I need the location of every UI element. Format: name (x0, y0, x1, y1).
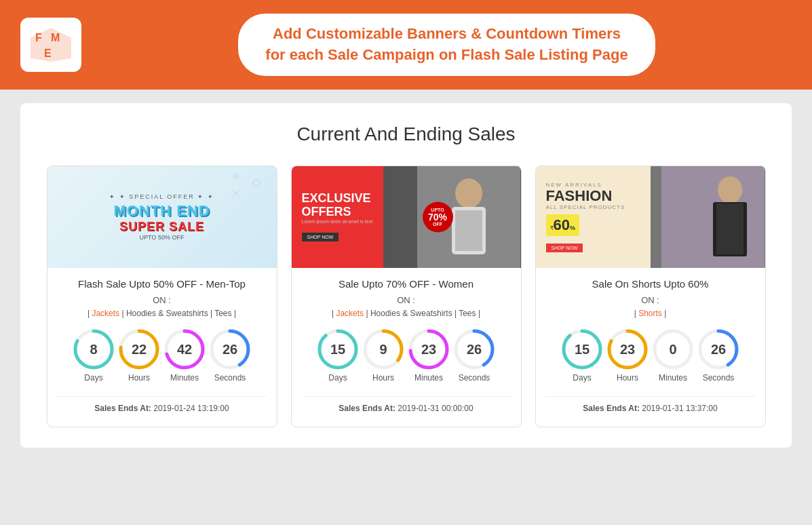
hours-number-2: 9 (379, 341, 387, 357)
days-label-2: Days (328, 373, 347, 383)
countdown-circle-hours-1: 22 (118, 328, 160, 370)
svg-text:E: E (44, 47, 52, 59)
card-2-on: ON : (302, 295, 511, 305)
countdown-minutes-2: 23 Minutes (408, 328, 450, 383)
card-2-categories: | Jackets | Hoodies & Sweatshirts | Tees… (302, 309, 511, 318)
sale3-left: NEW ARRIVALS FASHION ALL SPECIAL PRODUCT… (536, 175, 662, 259)
countdown-circle-hours-3: 23 (606, 328, 649, 370)
countdown-hours-2: 9 Hours (362, 328, 404, 383)
countdown-circle-days-2: 15 (317, 328, 359, 370)
hours-number-3: 23 (620, 341, 635, 357)
seconds-label-3: Seconds (703, 373, 735, 383)
section-title: Current And Ending Sales (41, 123, 771, 145)
cards-grid: ✦ ✦ SPECIAL OFFER ✦ ✦ MONTH END SUPER SA… (41, 166, 771, 427)
sale2-exclusive: EXCLUSIVEOFFERS (302, 192, 408, 219)
countdown-circle-days-1: 8 (73, 328, 115, 370)
sales-ends-label-1: Sales Ends At: (94, 404, 151, 413)
card-3-categories: | Shorts | (546, 309, 755, 318)
svg-point-4 (234, 174, 238, 178)
countdown-days-3: 15 Days (561, 328, 603, 383)
sales-ends-value-1: 2019-01-24 13:19:00 (153, 404, 229, 413)
seconds-label-1: Seconds (214, 373, 246, 383)
logo-icon: F M E (27, 24, 75, 65)
card-3-title: Sale On Shorts Upto 60% (546, 278, 755, 290)
card-1-title: Flash Sale Upto 50% OFF - Men-Top (58, 278, 267, 290)
card-2-image: EXCLUSIVEOFFERS Lorem ipsum dolor sit am… (292, 166, 521, 268)
sale1-content: ✦ ✦ SPECIAL OFFER ✦ ✦ MONTH END SUPER SA… (102, 187, 221, 248)
countdown-circle-seconds-2: 26 (453, 328, 495, 370)
hours-label-2: Hours (372, 373, 394, 383)
card-3-image: NEW ARRIVALS FASHION ALL SPECIAL PRODUCT… (536, 166, 765, 268)
days-number-3: 15 (575, 341, 589, 357)
days-label-1: Days (84, 373, 102, 383)
card-1-categories: | Jackets | Hoodies & Sweatshirts | Tees… (58, 309, 267, 318)
days-number-2: 15 (330, 341, 345, 357)
seconds-label-2: Seconds (459, 373, 490, 383)
header-title-line1: Add Customizable Banners & Countdown Tim… (273, 25, 621, 42)
countdown-hours-3: 23 Hours (606, 328, 649, 383)
sale3-sub: ALL SPECIAL PRODUCTS (546, 204, 652, 210)
card-1: ✦ ✦ SPECIAL OFFER ✦ ✦ MONTH END SUPER SA… (47, 166, 277, 427)
svg-text:M: M (51, 32, 60, 43)
sale2-shop-btn[interactable]: SHOP NOW (302, 233, 339, 241)
minutes-label-1: Minutes (170, 373, 199, 383)
card-1-on: ON : (58, 295, 267, 305)
header-title-line2: for each Sale Campaign on Flash Sale Lis… (265, 46, 627, 63)
seconds-number-3: 26 (711, 341, 726, 357)
card-3-on: ON : (546, 295, 755, 305)
card-3-body: Sale On Shorts Upto 60% ON : | Shorts | … (536, 268, 765, 396)
card-2: EXCLUSIVEOFFERS Lorem ipsum dolor sit am… (291, 166, 522, 427)
minutes-label-3: Minutes (659, 373, 687, 383)
svg-point-29 (718, 176, 742, 203)
svg-rect-19 (455, 210, 482, 251)
sales-ends-value-3: 2019-01-31 13:37:00 (642, 404, 717, 413)
cat-shorts-3[interactable]: Shorts (638, 309, 662, 318)
hours-number-1: 22 (132, 341, 147, 357)
sale2-text: Lorem ipsum dolor sit amet is text (302, 219, 408, 224)
header-title: Add Customizable Banners & Countdown Tim… (238, 14, 655, 76)
card-1-countdown: 8 Days 22 Hours (58, 328, 267, 383)
sale3-shop-btn[interactable]: SHOP NOW (546, 244, 583, 252)
sale1-title1: MONTH END (109, 202, 214, 220)
days-number-1: 8 (90, 341, 97, 357)
seconds-number-2: 26 (467, 341, 482, 357)
minutes-number-2: 23 (421, 341, 436, 357)
countdown-minutes-1: 42 Minutes (163, 328, 206, 383)
minutes-number-3: 0 (669, 341, 676, 357)
card-2-countdown: 15 Days 9 Hours (302, 328, 511, 383)
svg-rect-31 (716, 203, 743, 254)
sales-ends-label-2: Sales Ends At: (339, 404, 395, 413)
cat-jackets-2[interactable]: Jackets (336, 309, 364, 318)
header-text-container: Add Customizable Banners & Countdown Tim… (102, 14, 792, 76)
sale1-special: ✦ ✦ SPECIAL OFFER ✦ ✦ (109, 193, 214, 200)
svg-text:F: F (35, 32, 42, 43)
countdown-hours-1: 22 Hours (118, 328, 160, 383)
card-1-body: Flash Sale Upto 50% OFF - Men-Top ON : |… (47, 268, 277, 396)
hours-label-3: Hours (617, 373, 638, 383)
card-1-image: ✦ ✦ SPECIAL OFFER ✦ ✦ MONTH END SUPER SA… (47, 166, 277, 268)
sale1-sub: UPTO 50% OFF (109, 234, 214, 241)
seconds-number-1: 26 (223, 341, 237, 357)
sale2-left: EXCLUSIVEOFFERS Lorem ipsum dolor sit am… (292, 185, 418, 248)
sale2-badge: UPTO 70% OFF (423, 201, 453, 232)
countdown-days-1: 8 Days (73, 328, 115, 383)
minutes-number-1: 42 (177, 341, 192, 357)
sale3-price-big: 60 (554, 216, 570, 234)
minutes-label-2: Minutes (414, 373, 443, 383)
card-2-body: Sale Upto 70% OFF - Women ON : | Jackets… (292, 268, 521, 396)
svg-point-5 (253, 180, 260, 187)
sales-ends-label-3: Sales Ends At: (583, 404, 640, 413)
countdown-seconds-3: 26 Seconds (697, 328, 739, 383)
countdown-circle-hours-2: 9 (362, 328, 404, 370)
countdown-seconds-1: 26 Seconds (209, 328, 251, 383)
countdown-circle-minutes-1: 42 (163, 328, 206, 370)
countdown-circle-minutes-3: 0 (652, 328, 694, 370)
countdown-minutes-3: 0 Minutes (652, 328, 694, 383)
cat-jackets-1[interactable]: Jackets (92, 309, 119, 318)
sale3-percent-off: % (570, 225, 575, 231)
card-3-countdown: 15 Days 23 Hours (546, 328, 755, 383)
sale3-model (661, 166, 765, 268)
hours-label-1: Hours (128, 373, 150, 383)
header: F M E Add Customizable Banners & Countdo… (0, 0, 812, 90)
card-2-title: Sale Upto 70% OFF - Women (302, 278, 511, 290)
